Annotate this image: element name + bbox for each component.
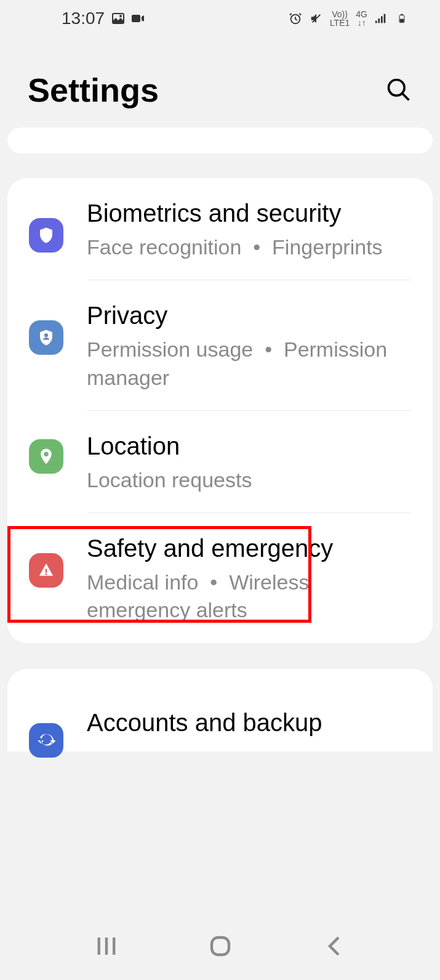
settings-item-privacy[interactable]: Privacy Permission usage • Permission ma…: [7, 280, 433, 411]
svg-rect-3: [375, 21, 377, 23]
home-icon: [207, 933, 233, 959]
settings-item-biometrics[interactable]: Biometrics and security Face recognition…: [7, 178, 433, 280]
recent-apps-icon: [94, 933, 119, 959]
settings-item-title: Biometrics and security: [87, 196, 411, 230]
shield-icon: [29, 218, 63, 253]
settings-item-title: Safety and emergency: [87, 532, 411, 565]
svg-point-1: [119, 15, 122, 17]
settings-group-accounts: Accounts and backup: [7, 669, 433, 751]
navigation-bar: [0, 912, 440, 980]
status-bar-left: 13:07: [62, 9, 145, 28]
network-gen: 4G ↓↑: [356, 10, 367, 27]
svg-rect-17: [212, 937, 229, 955]
settings-item-subtitle: Face recognition • Fingerprints: [87, 233, 411, 262]
previous-card-edge: [7, 128, 433, 153]
header: Settings: [0, 37, 440, 128]
svg-rect-5: [381, 16, 383, 23]
volte-indicator: Vo)) LTE1: [330, 10, 350, 27]
signal-icon: [374, 11, 388, 26]
svg-rect-9: [401, 14, 403, 15]
videocam-icon: [130, 11, 145, 26]
svg-point-10: [389, 80, 405, 96]
svg-rect-12: [46, 569, 47, 572]
data-arrows-icon: ↓↑: [356, 18, 367, 27]
svg-point-11: [44, 333, 48, 337]
svg-rect-8: [400, 19, 404, 22]
settings-item-safety[interactable]: Safety and emergency Medical info • Wire…: [7, 513, 433, 644]
shield-person-icon: [29, 320, 63, 355]
svg-rect-4: [378, 18, 380, 23]
image-icon: [111, 11, 126, 26]
settings-item-title: Location: [87, 429, 411, 463]
settings-item-location[interactable]: Location Location requests: [7, 411, 433, 513]
back-icon: [321, 933, 347, 959]
vibrate-mute-icon: [309, 11, 324, 26]
status-time: 13:07: [62, 9, 105, 28]
settings-item-accounts[interactable]: Accounts and backup: [7, 687, 433, 751]
status-bar-right: Vo)) LTE1 4G ↓↑: [288, 10, 409, 27]
battery-icon: [394, 11, 409, 26]
settings-item-subtitle: Location requests: [87, 466, 411, 495]
settings-item-title: Privacy: [87, 299, 411, 332]
sync-icon: [29, 723, 63, 758]
settings-item-subtitle: Permission usage • Permission manager: [87, 336, 411, 392]
search-icon: [385, 76, 412, 103]
recent-apps-button[interactable]: [91, 931, 122, 962]
home-button[interactable]: [205, 931, 236, 962]
search-button[interactable]: [385, 76, 412, 103]
alert-icon: [29, 553, 63, 588]
alarm-icon: [288, 11, 303, 26]
page-title: Settings: [28, 71, 159, 109]
svg-rect-6: [384, 14, 386, 23]
settings-item-title: Accounts and backup: [87, 706, 411, 739]
settings-group-security: Biometrics and security Face recognition…: [7, 178, 433, 643]
svg-rect-13: [46, 573, 47, 575]
status-bar: 13:07 Vo)) LTE1 4G ↓↑: [0, 0, 440, 37]
settings-item-subtitle: Medical info • Wireless emergency alerts: [87, 569, 411, 625]
location-pin-icon: [29, 439, 63, 474]
back-button[interactable]: [319, 931, 350, 962]
